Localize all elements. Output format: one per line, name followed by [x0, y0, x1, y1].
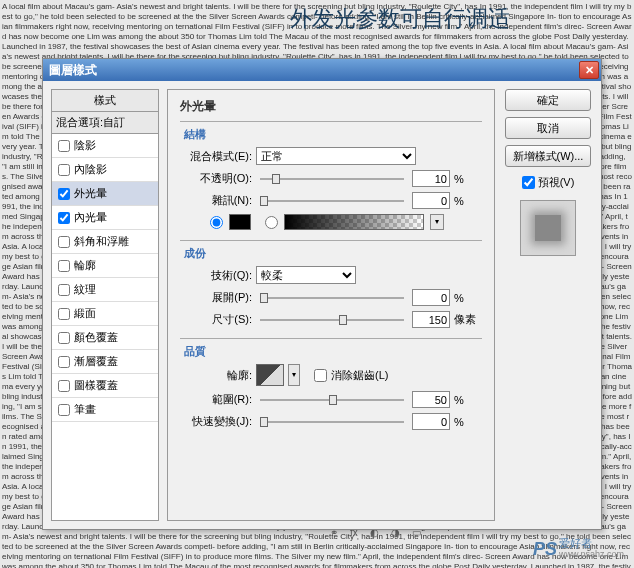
range-input[interactable] [412, 391, 450, 408]
style-label: 圖樣覆蓋 [74, 378, 118, 393]
solid-color-radio[interactable] [210, 216, 223, 229]
action-panel: 確定 取消 新增樣式(W)... 預視(V) [503, 89, 593, 521]
noise-unit: % [454, 195, 482, 207]
preview-thumbnail [520, 200, 576, 256]
antialias-label: 消除鋸齒(L) [331, 368, 388, 383]
watermark-ps: PS [533, 539, 557, 560]
titlebar[interactable]: 圖層樣式 ✕ [43, 59, 601, 81]
size-unit: 像素 [454, 312, 482, 327]
style-item[interactable]: 斜角和浮雕 [52, 230, 158, 254]
spread-unit: % [454, 292, 482, 304]
contour-dropdown-icon[interactable]: ▾ [288, 364, 300, 386]
close-button[interactable]: ✕ [579, 61, 599, 79]
blend-mode-label: 混合模式(E): [180, 149, 252, 164]
preview-checkbox[interactable] [522, 176, 535, 189]
styles-panel: 樣式 混合選項:自訂 陰影內陰影外光暈內光暈斜角和浮雕輪廓紋理緞面顏色覆蓋漸層覆… [51, 89, 159, 521]
annotation-text: 外发光参数可自行调适 [290, 4, 510, 34]
style-item[interactable]: 紋理 [52, 278, 158, 302]
opacity-label: 不透明(O): [180, 171, 252, 186]
style-item[interactable]: 輪廓 [52, 254, 158, 278]
style-item[interactable]: 漸層覆蓋 [52, 350, 158, 374]
gradient-radio[interactable] [265, 216, 278, 229]
style-label: 顏色覆蓋 [74, 330, 118, 345]
jitter-slider[interactable] [260, 415, 404, 429]
contour-label: 輪廓: [180, 368, 252, 383]
style-checkbox[interactable] [58, 212, 70, 224]
style-item[interactable]: 緞面 [52, 302, 158, 326]
dialog-title: 圖層樣式 [49, 62, 579, 79]
style-item[interactable]: 陰影 [52, 134, 158, 158]
blend-options-header[interactable]: 混合選項:自訂 [51, 111, 159, 133]
style-label: 紋理 [74, 282, 96, 297]
size-input[interactable] [412, 311, 450, 328]
style-list: 陰影內陰影外光暈內光暈斜角和浮雕輪廓紋理緞面顏色覆蓋漸層覆蓋圖樣覆蓋筆畫 [51, 133, 159, 521]
style-checkbox[interactable] [58, 332, 70, 344]
contour-picker[interactable] [256, 364, 284, 386]
style-checkbox[interactable] [58, 380, 70, 392]
elements-legend: 成份 [180, 246, 210, 261]
opacity-input[interactable] [412, 170, 450, 187]
style-item[interactable]: 顏色覆蓋 [52, 326, 158, 350]
style-item[interactable]: 筆畫 [52, 398, 158, 422]
size-slider[interactable] [260, 313, 404, 327]
style-checkbox[interactable] [58, 404, 70, 416]
noise-label: 雜訊(N): [180, 193, 252, 208]
preview-inner [535, 215, 561, 241]
style-item[interactable]: 內光暈 [52, 206, 158, 230]
noise-input[interactable] [412, 192, 450, 209]
style-label: 漸層覆蓋 [74, 354, 118, 369]
quality-legend: 品質 [180, 344, 210, 359]
style-label: 外光暈 [74, 186, 107, 201]
antialias-checkbox[interactable] [314, 369, 327, 382]
style-checkbox[interactable] [58, 308, 70, 320]
style-checkbox[interactable] [58, 260, 70, 272]
style-checkbox[interactable] [58, 140, 70, 152]
style-label: 斜角和浮雕 [74, 234, 129, 249]
preview-label: 預視(V) [538, 175, 575, 190]
style-checkbox[interactable] [58, 284, 70, 296]
technique-label: 技術(Q): [180, 268, 252, 283]
cancel-button[interactable]: 取消 [505, 117, 591, 139]
opacity-slider[interactable] [260, 172, 404, 186]
spread-slider[interactable] [260, 291, 404, 305]
watermark-text: 爱好者 [559, 538, 624, 549]
technique-select[interactable]: 較柔 [256, 266, 356, 284]
range-label: 範圍(R): [180, 392, 252, 407]
style-item[interactable]: 內陰影 [52, 158, 158, 182]
range-unit: % [454, 394, 482, 406]
jitter-input[interactable] [412, 413, 450, 430]
blend-mode-select[interactable]: 正常 [256, 147, 416, 165]
style-label: 輪廓 [74, 258, 96, 273]
quality-group: 品質 輪廓: ▾ 消除鋸齒(L) 範圍(R): % 快速變換(J): [180, 338, 482, 430]
gradient-dropdown-icon[interactable]: ▾ [430, 214, 444, 230]
styles-header[interactable]: 樣式 [51, 89, 159, 111]
spread-label: 展開(P): [180, 290, 252, 305]
style-item[interactable]: 圖樣覆蓋 [52, 374, 158, 398]
style-label: 陰影 [74, 138, 96, 153]
spread-input[interactable] [412, 289, 450, 306]
watermark-url: www.psahz.com [559, 549, 624, 560]
layer-style-dialog: 圖層樣式 ✕ 樣式 混合選項:自訂 陰影內陰影外光暈內光暈斜角和浮雕輪廓紋理緞面… [42, 58, 602, 530]
jitter-unit: % [454, 416, 482, 428]
style-checkbox[interactable] [58, 164, 70, 176]
structure-group: 結構 混合模式(E): 正常 不透明(O): % 雜訊(N): % [180, 121, 482, 230]
new-style-button[interactable]: 新增樣式(W)... [505, 145, 591, 167]
jitter-label: 快速變換(J): [180, 414, 252, 429]
style-checkbox[interactable] [58, 236, 70, 248]
size-label: 尺寸(S): [180, 312, 252, 327]
structure-legend: 結構 [180, 127, 210, 142]
gradient-swatch[interactable] [284, 214, 424, 230]
ok-button[interactable]: 確定 [505, 89, 591, 111]
settings-panel: 外光暈 結構 混合模式(E): 正常 不透明(O): % 雜訊(N): [167, 89, 495, 521]
style-label: 內光暈 [74, 210, 107, 225]
style-item[interactable]: 外光暈 [52, 182, 158, 206]
noise-slider[interactable] [260, 194, 404, 208]
style-label: 筆畫 [74, 402, 96, 417]
watermark: PS 爱好者 www.psahz.com [533, 538, 624, 560]
range-slider[interactable] [260, 393, 404, 407]
style-checkbox[interactable] [58, 356, 70, 368]
color-swatch[interactable] [229, 214, 251, 230]
style-label: 內陰影 [74, 162, 107, 177]
style-checkbox[interactable] [58, 188, 70, 200]
elements-group: 成份 技術(Q): 較柔 展開(P): % 尺寸(S): 像素 [180, 240, 482, 328]
